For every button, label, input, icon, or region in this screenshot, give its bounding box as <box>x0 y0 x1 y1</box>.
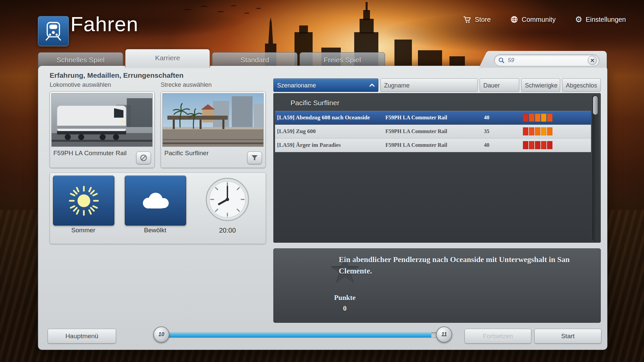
train-name-cell: F59PH LA Commuter Rail <box>382 115 481 121</box>
weather-label: Bewölkt <box>125 227 185 234</box>
difficulty-square <box>523 141 528 149</box>
difficulty-square <box>541 141 546 149</box>
scenario-list-scrollbar[interactable] <box>592 95 598 241</box>
time-label: 20:00 <box>205 227 250 234</box>
scenario-row[interactable]: [LA59] Ärger im Paradies F59PH LA Commut… <box>275 138 591 152</box>
route-picker[interactable]: Pacific Surfliner <box>161 92 266 168</box>
main-panel: Erfahrung, Medaillen, Errungenschaften L… <box>38 66 607 350</box>
time-clock[interactable] <box>205 177 250 222</box>
scenario-row-selected[interactable]: [LA59] Abendzug 608 nach Oceanside F59PH… <box>275 111 591 124</box>
search-clear-button[interactable]: ✕ <box>588 56 597 65</box>
cart-icon <box>463 15 471 23</box>
locomotive-name: F59PH LA Commuter Rail <box>53 149 127 157</box>
settings-link[interactable]: ⚙ Einstellungen <box>575 15 626 23</box>
tab-career[interactable]: Karriere <box>125 49 210 67</box>
locomotive-picker[interactable]: F59PH LA Commuter Rail <box>50 92 155 168</box>
community-link[interactable]: Community <box>510 15 555 23</box>
difficulty-cell <box>523 114 564 122</box>
header-train-name[interactable]: Zugname <box>380 78 478 92</box>
scenario-details-panel: ★ Punkte 0 Ein abendlicher Pendlerzug na… <box>273 248 601 323</box>
birds <box>181 3 268 27</box>
duration-cell: 40 <box>481 115 523 121</box>
difficulty-square <box>541 127 546 135</box>
header-completed[interactable]: Abgeschlos <box>562 78 601 92</box>
difficulty-square <box>547 127 552 135</box>
gear-icon: ⚙ <box>575 15 582 23</box>
difficulty-square <box>547 141 552 149</box>
difficulty-square <box>535 127 540 135</box>
scenario-description: Ein abendlicher Pendlerzug nach Oceansid… <box>339 254 587 277</box>
train-name-cell: F59PH LA Commuter Rail <box>382 142 481 148</box>
difficulty-square <box>529 141 534 149</box>
scenario-name-cell: [LA59] Ärger im Paradies <box>275 142 382 148</box>
points-value: 0 <box>321 304 368 313</box>
store-link[interactable]: Store <box>463 15 491 23</box>
route-name: Pacific Surfliner <box>164 149 209 157</box>
sort-ascending-icon <box>369 83 375 87</box>
difficulty-square <box>535 114 540 122</box>
scenario-list: Pacific Surfliner [LA59] Abendzug 608 na… <box>273 93 601 243</box>
filter-icon <box>251 155 258 161</box>
scenario-row[interactable]: [LA59] Zug 600 F59PH LA Commuter Rail 35 <box>275 125 591 138</box>
loco-select-label: Lokomotive auswählen <box>50 81 111 88</box>
weather-tile[interactable] <box>125 176 186 226</box>
scenario-name-cell: [LA59] Abendzug 608 nach Oceanside <box>275 114 382 121</box>
duration-cell: 40 <box>481 142 523 148</box>
sun-icon <box>68 185 100 217</box>
clear-locomotive-button[interactable] <box>136 152 151 164</box>
section-heading: Erfahrung, Medaillen, Errungenschaften <box>50 71 183 79</box>
prohibition-icon <box>140 154 147 162</box>
level-next-badge: 11 <box>436 326 452 343</box>
resume-button[interactable]: Fortsetzen <box>465 329 531 344</box>
scenario-group-title: Pacific Surfliner <box>290 99 339 107</box>
difficulty-cell <box>523 127 564 135</box>
difficulty-cell <box>523 141 564 149</box>
screen: Fahren Store Community ⚙ <box>0 0 644 362</box>
locomotive-thumbnail <box>51 93 153 147</box>
clock-icon <box>205 177 250 222</box>
page-title: Fahren <box>70 12 138 36</box>
app-logo <box>38 16 69 46</box>
scrollbar-thumb[interactable] <box>593 96 598 115</box>
scenario-table-header: Szenarioname Zugname Dauer Schwierigke A… <box>273 78 601 92</box>
season-label: Sommer <box>53 227 114 234</box>
cloud-icon <box>138 189 173 213</box>
difficulty-square <box>541 114 546 122</box>
difficulty-square <box>523 127 528 135</box>
store-label: Store <box>475 16 491 23</box>
difficulty-square <box>535 141 540 149</box>
search-input[interactable] <box>507 57 588 64</box>
duration-cell: 35 <box>481 128 523 134</box>
level-current-badge: 10 <box>153 326 169 343</box>
xp-progress-bar <box>165 332 443 338</box>
search-icon <box>498 57 504 63</box>
search-field[interactable]: ✕ <box>494 54 599 66</box>
train-icon <box>45 21 62 41</box>
xp-progress-fill <box>165 333 431 338</box>
train-name-cell: F59PH LA Commuter Rail <box>382 128 481 134</box>
community-label: Community <box>522 16 555 23</box>
scenario-name-cell: [LA59] Zug 600 <box>275 128 382 135</box>
route-filter-button[interactable] <box>247 152 262 164</box>
difficulty-square <box>529 114 534 122</box>
globe-icon <box>510 15 518 23</box>
start-button[interactable]: Start <box>534 329 601 344</box>
header-difficulty[interactable]: Schwierigke <box>521 78 560 92</box>
settings-label: Einstellungen <box>586 16 626 23</box>
tab-standard[interactable]: Standard <box>212 52 298 67</box>
route-thumbnail <box>162 93 264 147</box>
header-scenario-name-label: Szenarioname <box>277 82 316 89</box>
main-menu-button[interactable]: Hauptmenü <box>48 329 116 344</box>
season-tile[interactable] <box>53 176 114 226</box>
conditions-panel: Sommer Bewölkt 20:00 <box>50 173 266 244</box>
tab-quick-play[interactable]: Schnelles Spiel <box>38 52 123 67</box>
header-duration[interactable]: Dauer <box>480 78 519 92</box>
tab-free-play[interactable]: Freies Spiel <box>300 52 385 67</box>
difficulty-square <box>547 114 552 122</box>
difficulty-square <box>529 127 534 135</box>
route-select-label: Strecke auswählen <box>161 81 212 88</box>
difficulty-square <box>523 114 528 122</box>
top-navigation: Store Community ⚙ Einstellungen <box>463 15 626 23</box>
header-scenario-name[interactable]: Szenarioname <box>273 78 378 92</box>
points-label: Punkte <box>321 294 368 302</box>
